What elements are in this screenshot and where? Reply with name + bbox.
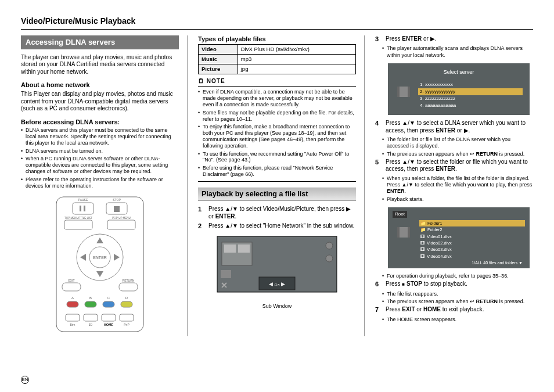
svg-text:STOP: STOP [113, 198, 121, 202]
server-row: 3. zzzzzzzzzzzzz [418, 95, 523, 102]
svg-rect-50 [408, 87, 410, 97]
svg-text:C: C [107, 296, 110, 300]
select-server-screen: Select server 1. xxxxxxxxxxxx 2. yyyyyyy… [388, 63, 530, 115]
sub-window-diagram: ◀ ⌂ₙ ▶ Sub Window [198, 235, 356, 310]
svg-text:◀ ⌂ₙ ▶: ◀ ⌂ₙ ▶ [269, 281, 285, 287]
list-item: The HOME screen reappears. [382, 317, 533, 323]
step-7-sub: The HOME screen reappears. [375, 317, 533, 323]
step-5: 5Press ▲/▼ to select the folder or file … [375, 159, 533, 173]
svg-rect-28 [85, 301, 96, 307]
page-header: Video/Picture/Music Playback [21, 16, 533, 27]
svg-text:A: A [71, 296, 74, 300]
list-item: The folder list or file list of the DLNA… [382, 136, 533, 150]
svg-rect-41 [224, 244, 236, 253]
server-row: 2. yyyyyyyyyyyyy [418, 88, 523, 95]
file-row: 📁Folder1 [419, 220, 525, 226]
about-network-head: About a home network [21, 81, 179, 89]
server-row: 4. aaaaaaaaaaaa [418, 102, 523, 109]
file-row: 📁Folder2 [419, 226, 525, 233]
svg-rect-1 [73, 203, 93, 214]
list-item: To enjoy this function, make a broadband… [198, 124, 356, 149]
screen-title: Select server [395, 69, 523, 75]
list-item: The player automatically scans and displ… [382, 45, 533, 59]
svg-text:ENTER: ENTER [93, 256, 107, 260]
svg-text:B: B [89, 296, 92, 300]
svg-rect-27 [67, 301, 78, 307]
divider [198, 181, 356, 182]
table-row: Musicmp3 [199, 55, 356, 64]
svg-text:RETURN: RETURN [123, 279, 135, 282]
svg-rect-47 [221, 270, 231, 278]
svg-rect-42 [238, 244, 250, 253]
types-head: Types of playable files [198, 35, 356, 44]
list-item: The file list reappears. [382, 291, 533, 297]
column-2: Types of playable files VideoDivX Plus H… [198, 35, 365, 336]
svg-rect-30 [121, 301, 132, 307]
list-item: When a PC running DLNA server software o… [21, 156, 179, 174]
svg-rect-32 [84, 314, 98, 321]
file-row: 🎞Video03.divx [419, 246, 525, 253]
file-row: 🎞Video04.divx [419, 253, 525, 260]
list-item: Some files may not be playable depending… [198, 110, 356, 123]
list-item: Before using this function, please read … [198, 165, 356, 178]
page-language-icon: EN [21, 376, 29, 384]
svg-rect-29 [103, 301, 114, 307]
step-3-sub: The player automatically scans and displ… [375, 45, 533, 59]
column-1: Accessing DLNA servers The player can br… [21, 35, 188, 336]
section-band-playback: Playback by selecting a file list [198, 188, 356, 202]
step-2: 2Press ▲/▼ to select "Home Network" in t… [198, 222, 356, 231]
svg-text:PAUSE: PAUSE [78, 198, 88, 202]
list-item: The previous screen appears when ↩ RETUR… [382, 299, 533, 305]
remote-control-diagram: PAUSE STOP TOP MENU/TITLE LIST POP-UP ME… [21, 195, 179, 336]
svg-rect-3 [80, 206, 81, 211]
svg-point-44 [326, 255, 333, 262]
columns: Accessing DLNA servers The player can br… [21, 35, 533, 336]
server-row: 1. xxxxxxxxxxxx [418, 81, 523, 88]
before-head: Before accessing DLNA servers: [21, 118, 179, 127]
file-count: 1/ALL 40 files and folders ▼ [393, 260, 525, 268]
file-types-table: VideoDivX Plus HD (avi/divx/mkv) Musicmp… [198, 44, 356, 74]
svg-text:HOME: HOME [104, 323, 114, 326]
note-list: Even if DLNA compatible, a connection ma… [198, 89, 356, 177]
list-item: To use this function, we recommend setti… [198, 151, 356, 164]
sub-window-caption: Sub Window [198, 303, 356, 310]
root-label: Root [393, 211, 407, 218]
svg-rect-34 [120, 314, 134, 321]
table-row: VideoDivX Plus HD (avi/divx/mkv) [199, 45, 356, 55]
svg-rect-10 [107, 220, 135, 229]
list-item: DLNA servers and this player must be con… [21, 127, 179, 146]
list-item: Playback starts. [382, 196, 533, 203]
about-network-text: This Player can display and play movies,… [21, 91, 179, 113]
step-7: 7Press EXIT or HOME to exit playback. [375, 306, 533, 314]
svg-point-43 [326, 242, 333, 249]
svg-rect-53 [408, 227, 410, 238]
step-4-sub: The folder list or file list of the DLNA… [375, 136, 533, 157]
note-rule [198, 86, 356, 87]
step-6-sub: The file list reappears. The previous sc… [375, 291, 533, 305]
svg-rect-31 [66, 314, 80, 321]
svg-text:Btm: Btm [70, 323, 75, 326]
svg-rect-4 [84, 206, 85, 211]
svg-text:3D: 3D [89, 323, 93, 326]
svg-rect-19 [62, 283, 81, 291]
svg-text:POP-UP MENU: POP-UP MENU [112, 217, 131, 220]
section-band-dlna: Accessing DLNA servers [21, 35, 179, 49]
intro-text: The player can browse and play movies, m… [21, 54, 179, 76]
list-item: For operation during playback, refer to … [382, 273, 533, 279]
file-row: 🎞Video01.divx [419, 233, 525, 240]
note-label: 🗒 NOTE [198, 78, 356, 85]
svg-text:TOP MENU/TITLE LIST: TOP MENU/TITLE LIST [64, 217, 92, 220]
list-item: Please refer to the operating instructio… [21, 177, 179, 189]
list-item: The previous screen appears when ↩ RETUR… [382, 151, 533, 157]
step-1: 1Press ▲/▼ to select Video/Music/Picture… [198, 206, 356, 220]
svg-rect-33 [102, 314, 116, 321]
svg-text:D: D [125, 296, 128, 300]
step-3: 3Press ENTER or ▶. [375, 35, 533, 44]
svg-rect-8 [64, 220, 92, 229]
file-list-screen: Root 📁Folder1 📁Folder2 🎞Video01.divx 🎞Vi… [388, 207, 530, 268]
svg-text:EXIT: EXIT [68, 279, 74, 282]
list-item: DLNA servers must be turned on. [21, 148, 179, 154]
step-5-sub: When you select a folder, the file list … [375, 175, 533, 203]
after-screen2: For operation during playback, refer to … [375, 273, 533, 279]
svg-rect-21 [119, 283, 138, 291]
